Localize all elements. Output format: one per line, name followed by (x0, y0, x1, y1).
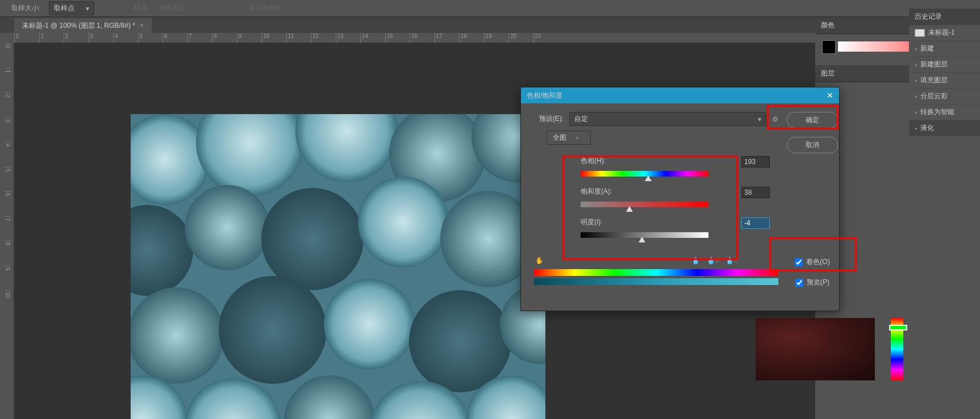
eyedropper-subtract-icon[interactable]: 💧₋ (725, 257, 737, 265)
history-item[interactable]: ▪新建 (909, 41, 980, 57)
history-panel-title: 历史记录 (915, 12, 942, 20)
ruler-tick: 6 (162, 33, 187, 43)
close-icon[interactable]: ✕ (827, 91, 833, 100)
ruler-tick: 4 (5, 142, 11, 167)
history-step-icon: ▪ (915, 108, 917, 116)
ruler-tick: 21 (533, 33, 558, 43)
ruler-tick: 15 (385, 33, 410, 43)
lightness-slider[interactable] (581, 232, 708, 238)
ruler-tick: 18 (459, 33, 484, 43)
dialog-titlebar[interactable]: 色相/饱和度 ✕ (521, 87, 839, 103)
master-channel-select[interactable]: 全图 (547, 131, 591, 145)
sample-size-label: 取样大小: (11, 3, 40, 13)
document-tab[interactable]: 未标题-1 @ 100% (图层 1, RGB/8#) * × (14, 18, 152, 33)
svg-point-11 (131, 287, 224, 384)
hue-label: 色相(H): (581, 156, 606, 167)
close-tab-icon[interactable]: × (140, 22, 144, 30)
ruler-tick: 3 (5, 118, 11, 143)
ruler-vertical: 012345678910 (5, 43, 14, 419)
eyedropper-icon[interactable]: 💧 (691, 257, 700, 265)
ruler-tick: 0 (14, 33, 39, 43)
color-field[interactable] (756, 318, 875, 380)
saturation-slider[interactable] (581, 202, 708, 207)
history-item[interactable]: ▪填充图层 (909, 73, 980, 89)
colorize-input[interactable] (795, 258, 803, 266)
tab-title: 未标题-1 @ 100% (图层 1, RGB/8#) * (22, 21, 135, 31)
dialog-title: 色相/饱和度 (527, 91, 562, 100)
preset-select[interactable]: 自定 (569, 112, 766, 126)
ruler-tick: 9 (237, 33, 262, 43)
hue-bar[interactable] (891, 318, 903, 380)
ruler-tick: 5 (5, 167, 11, 192)
ruler-tick: 5 (138, 33, 163, 43)
ruler-tick: 6 (5, 191, 11, 216)
canvas[interactable] (131, 114, 545, 419)
ruler-tick: 8 (5, 241, 11, 266)
svg-point-7 (185, 185, 270, 270)
hand-icon[interactable]: ✋ (535, 257, 544, 265)
ruler-tick: 13 (336, 33, 361, 43)
history-thumb (915, 29, 925, 37)
ruler-tick: 11 (286, 33, 311, 43)
ruler-tick: 14 (360, 33, 385, 43)
saturation-slider-row: 饱和度(A): (538, 187, 770, 207)
lightness-slider-row: 明度(I): (538, 217, 770, 238)
history-step-icon: ▪ (915, 77, 917, 85)
history-panel-header[interactable]: 历史记录 (909, 9, 980, 25)
sliders-group: 色相(H): 饱和度(A): 明度(I): (529, 153, 778, 251)
preview-input[interactable] (795, 279, 803, 287)
ruler-tick: 9 (5, 266, 11, 291)
color-picker-area[interactable] (756, 318, 903, 380)
saturation-input[interactable] (741, 187, 770, 198)
history-item-label: 转换为智能 (920, 107, 954, 117)
spectrum-bar-top (534, 269, 778, 276)
color-bars (534, 269, 778, 285)
preset-label: 预设(E): (529, 114, 564, 124)
gear-icon[interactable]: ⚙ (772, 115, 778, 123)
eyedropper-add-icon[interactable]: 💧₊ (707, 257, 719, 265)
ok-button[interactable]: 确定 (787, 112, 838, 128)
ruler-tick: 2 (5, 93, 11, 118)
hue-slider[interactable] (581, 171, 708, 177)
preview-checkbox[interactable]: 预览(P) (795, 278, 829, 287)
ruler-tick: 10 (261, 33, 286, 43)
hue-slider-row: 色相(H): (538, 156, 770, 177)
history-step-icon: ▪ (915, 45, 917, 53)
color-panel-title: 颜色 (821, 20, 835, 30)
history-item[interactable]: ▪液化 (909, 120, 980, 136)
colorize-checkbox[interactable]: 着色(O) (795, 257, 829, 267)
hue-saturation-dialog: 色相/饱和度 ✕ 预设(E): 自定 ⚙ 全图 色相(H): (520, 87, 840, 311)
ruler-tick: 20 (508, 33, 533, 43)
sample-value: 所有图层 (159, 3, 186, 13)
history-item[interactable]: ▪分层云彩 (909, 89, 980, 104)
history-step-icon: ▪ (915, 61, 917, 69)
ruler-tick: 16 (410, 33, 435, 43)
ruler-tick: 7 (5, 216, 11, 241)
hue-input[interactable] (741, 156, 770, 167)
ruler-tick: 4 (113, 33, 138, 43)
ruler-horizontal: 0123456789101112131415161718192021 (14, 33, 815, 43)
ruler-tick: 12 (311, 33, 336, 43)
layers-panel-title: 图层 (821, 69, 835, 78)
history-item[interactable]: ▪转换为智能 (909, 104, 980, 120)
history-step-icon: ▪ (915, 93, 917, 100)
history-item-label: 填充图层 (920, 76, 948, 85)
history-item-label: 新建图层 (920, 60, 948, 69)
sample-label: 样本: (134, 3, 149, 13)
history-item-label: 未标题-1 (928, 28, 955, 37)
svg-point-9 (358, 177, 449, 267)
history-item-label: 新建 (920, 44, 934, 53)
sample-size-select[interactable]: 取样点 (49, 1, 94, 15)
lightness-input[interactable] (741, 217, 770, 229)
history-step-icon: ▪ (915, 124, 917, 132)
ruler-tick: 1 (5, 68, 11, 93)
ruler-tick: 8 (212, 33, 237, 43)
svg-point-13 (324, 279, 415, 370)
history-item[interactable]: 未标题-1 (909, 25, 980, 41)
history-item[interactable]: ▪新建图层 (909, 57, 980, 73)
lightness-label: 明度(I): (581, 217, 603, 229)
cancel-button[interactable]: 取消 (787, 137, 838, 153)
history-item-label: 液化 (920, 123, 934, 133)
spectrum-bar-bottom (534, 278, 778, 285)
show-ring-checkbox[interactable]: 显示取样环 (248, 3, 282, 13)
